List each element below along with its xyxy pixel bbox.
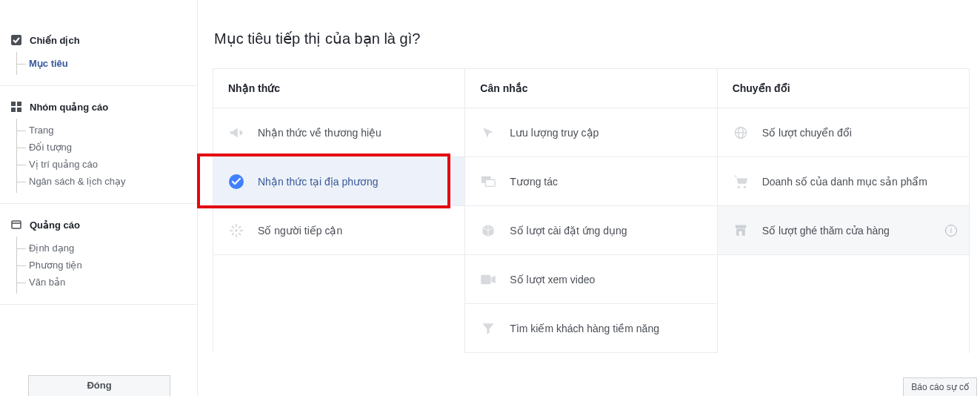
nav-item-audience[interactable]: Đối tượng: [17, 139, 187, 156]
svg-rect-4: [17, 108, 21, 112]
nav-item-placements[interactable]: Vị trí quảng cáo: [17, 156, 187, 173]
cart-icon: [733, 174, 749, 190]
info-icon[interactable]: i: [945, 225, 957, 237]
objective-brand-awareness[interactable]: Nhận thức về thương hiệu: [213, 108, 464, 157]
nav-item-objective[interactable]: Mục tiêu: [17, 55, 187, 72]
svg-point-16: [743, 185, 745, 188]
svg-rect-5: [12, 221, 21, 228]
objective-label: Nhận thức về thương hiệu: [258, 127, 381, 139]
nav-section-adset[interactable]: Nhóm quảng cáo: [10, 96, 187, 117]
close-button[interactable]: Đóng: [28, 375, 170, 396]
svg-rect-2: [17, 102, 21, 106]
objective-label: Doanh số của danh mục sản phẩm: [762, 176, 927, 188]
globe-icon: [733, 125, 749, 141]
nav-section-label: Quảng cáo: [30, 220, 80, 231]
column-conversion: Chuyển đổi Số lượt chuyển đổi Doanh số c…: [718, 69, 969, 353]
nav-section-label: Chiến dịch: [30, 35, 80, 46]
objectives-grid: Nhận thức Nhận thức về thương hiệu Nhận …: [213, 68, 970, 353]
objective-engagement[interactable]: Tương tác: [465, 157, 716, 206]
objective-label: Số lượt chuyển đổi: [762, 127, 852, 139]
svg-rect-0: [11, 35, 21, 45]
reach-icon: [228, 222, 244, 239]
nav-section-campaign[interactable]: Chiến dịch: [10, 30, 187, 50]
objective-label: Nhận thức tại địa phương: [258, 176, 379, 188]
page-title: Mục tiêu tiếp thị của bạn là gì?: [213, 30, 980, 47]
nav-item-format[interactable]: Định dạng: [17, 240, 187, 257]
svg-rect-3: [11, 108, 16, 112]
objective-label: Tìm kiếm khách hàng tiềm năng: [510, 323, 659, 334]
svg-rect-17: [739, 231, 741, 235]
objective-traffic[interactable]: Lưu lượng truy cập: [465, 108, 716, 157]
megaphone-icon: [228, 125, 244, 141]
nav-item-media[interactable]: Phương tiện: [17, 257, 187, 274]
column-heading: Chuyển đổi: [718, 69, 969, 108]
nav-section-ad[interactable]: Quảng cáo: [10, 214, 187, 235]
nav-item-page[interactable]: Trang: [17, 122, 187, 139]
grid-icon: [10, 101, 22, 113]
check-circle-icon: [228, 174, 244, 190]
objective-local-awareness[interactable]: Nhận thức tại địa phương: [213, 157, 464, 206]
objective-label: Số lượt ghé thăm cửa hàng: [762, 225, 890, 237]
cursor-icon: [480, 125, 496, 141]
sidebar: Chiến dịch Mục tiêu Nhóm quảng cáo Trang…: [0, 0, 198, 396]
box-icon: [480, 222, 496, 239]
column-heading: Cân nhắc: [465, 69, 716, 108]
chat-icon: [480, 174, 496, 190]
report-issue-button[interactable]: Báo cáo sự cố: [903, 377, 977, 396]
ad-icon: [10, 219, 22, 231]
objective-conversions[interactable]: Số lượt chuyển đổi: [718, 108, 969, 157]
checkbox-filled-icon: [10, 34, 22, 46]
objective-video-views[interactable]: Số lượt xem video: [465, 255, 716, 304]
objective-lead-gen[interactable]: Tìm kiếm khách hàng tiềm năng: [465, 304, 716, 353]
main-content: Mục tiêu tiếp thị của bạn là gì? Nhận th…: [198, 0, 980, 396]
svg-rect-1: [11, 102, 16, 106]
nav-item-budget[interactable]: Ngân sách & lịch chạy: [17, 173, 187, 190]
svg-point-8: [235, 229, 238, 232]
objective-label: Tương tác: [510, 176, 558, 188]
objective-store-visits[interactable]: Số lượt ghé thăm cửa hàng i: [718, 206, 969, 255]
objective-catalog-sales[interactable]: Doanh số của danh mục sản phẩm: [718, 157, 969, 206]
objective-label: Lưu lượng truy cập: [510, 127, 599, 139]
objective-label: Số người tiếp cận: [258, 225, 342, 237]
objective-app-installs[interactable]: Số lượt cài đặt ứng dụng: [465, 206, 716, 255]
column-consideration: Cân nhắc Lưu lượng truy cập Tương tác Số…: [465, 69, 717, 353]
nav-section-label: Nhóm quảng cáo: [30, 102, 108, 113]
svg-point-15: [737, 185, 739, 188]
objective-label: Số lượt xem video: [510, 274, 595, 286]
column-awareness: Nhận thức Nhận thức về thương hiệu Nhận …: [213, 69, 465, 353]
funnel-icon: [480, 320, 496, 337]
objective-reach[interactable]: Số người tiếp cận: [213, 206, 464, 255]
store-icon: [733, 222, 749, 239]
svg-rect-11: [481, 274, 491, 283]
column-heading: Nhận thức: [213, 69, 464, 108]
nav-item-text[interactable]: Văn bản: [17, 274, 187, 291]
svg-rect-10: [486, 179, 496, 186]
video-icon: [480, 271, 496, 288]
objective-label: Số lượt cài đặt ứng dụng: [510, 225, 627, 237]
